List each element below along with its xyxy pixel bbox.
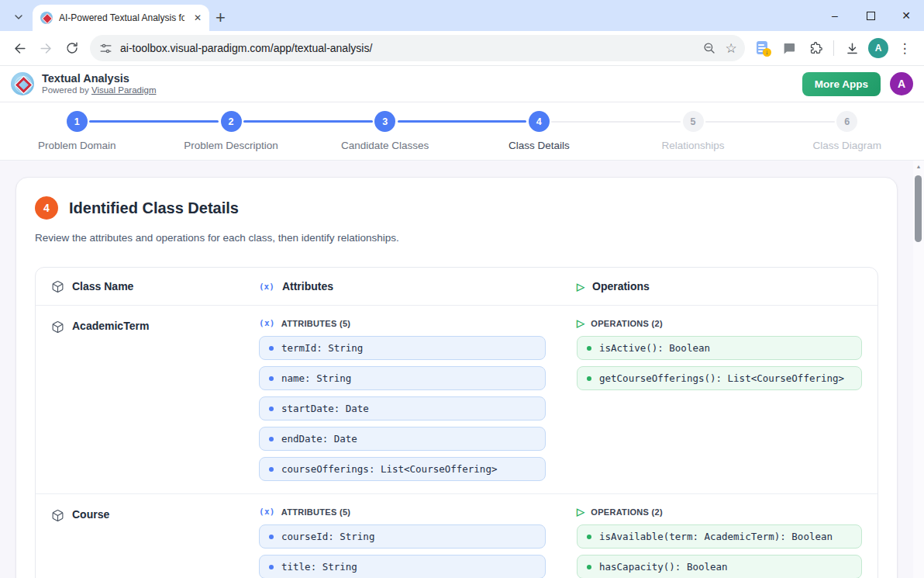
- operations-count-label: OPERATIONS (2): [591, 507, 663, 517]
- attribute-text: endDate: Date: [281, 433, 357, 445]
- attributes-count-label: ATTRIBUTES (5): [281, 319, 351, 328]
- stepper-step-4[interactable]: 4Class Details: [462, 102, 616, 160]
- tab-close-icon[interactable]: ✕: [191, 11, 205, 25]
- wizard-stepper: 1Problem Domain2Problem Description3Cand…: [0, 102, 924, 161]
- comment-icon: [782, 41, 796, 55]
- extensions-button[interactable]: [802, 35, 829, 61]
- bullet-dot: [587, 376, 591, 381]
- zoom-out-button[interactable]: [698, 37, 720, 59]
- window-close-button[interactable]: ✕: [888, 0, 924, 31]
- bullet-dot: [587, 346, 591, 351]
- bullet-dot: [269, 376, 274, 381]
- user-avatar[interactable]: A: [890, 72, 913, 95]
- step-connector: [705, 121, 835, 123]
- operations-cell: ▷OPERATIONS (2)isActive(): BooleangetCou…: [561, 306, 877, 493]
- scrollbar-thumb[interactable]: [915, 175, 922, 242]
- profile-button[interactable]: A: [865, 35, 891, 61]
- attributes-icon: (x): [259, 318, 275, 328]
- visual-paradigm-logo-icon: [11, 72, 34, 95]
- window-maximize-button[interactable]: [853, 0, 888, 31]
- column-header-attributes: (x) Attributes: [243, 268, 561, 305]
- column-label: Attributes: [282, 280, 333, 292]
- attribute-text: startDate: Date: [281, 403, 369, 414]
- stepper-step-2[interactable]: 2Problem Description: [154, 102, 309, 160]
- operation-pill: hasCapacity(): Boolean: [577, 555, 862, 578]
- app-header: Textual Analysis Powered by Visual Parad…: [0, 66, 924, 102]
- reload-button[interactable]: [59, 35, 85, 61]
- scrollbar-up-arrow[interactable]: ▲: [913, 161, 924, 171]
- attributes-count-label: ATTRIBUTES (5): [281, 507, 351, 517]
- page-title: Identified Class Details: [69, 199, 239, 217]
- bullet-dot: [269, 407, 274, 411]
- toolbar-divider: [833, 40, 834, 56]
- stepper-step-6[interactable]: 6Class Diagram: [770, 102, 924, 160]
- class-details-table: Class Name (x) Attributes ▷ Operations A…: [35, 267, 878, 578]
- powered-by-prefix: Powered by: [42, 85, 91, 95]
- visual-paradigm-link[interactable]: Visual Paradigm: [91, 85, 157, 95]
- class-name-cell: AcademicTerm: [36, 306, 243, 493]
- attribute-pill: title: String: [259, 555, 546, 578]
- step-circle: 1: [67, 111, 88, 132]
- browser-tab[interactable]: AI-Powered Textual Analysis for ✕: [33, 5, 209, 31]
- bullet-dot: [269, 467, 274, 472]
- attribute-text: courseOfferings: List<CourseOffering>: [281, 463, 497, 475]
- maximize-icon: [867, 12, 875, 20]
- back-button[interactable]: [6, 35, 33, 61]
- comment-button[interactable]: [776, 35, 802, 61]
- site-favicon-icon: [40, 12, 53, 24]
- star-icon: ☆: [725, 40, 736, 57]
- forward-arrow-icon: [39, 41, 53, 56]
- page-content: ▲ 4 Identified Class Details Review the …: [0, 161, 924, 578]
- reload-icon: [65, 41, 79, 55]
- app-title: Textual Analysis: [42, 72, 156, 85]
- attributes-cell: (x)ATTRIBUTES (5)courseId: Stringtitle: …: [243, 494, 561, 578]
- stepper-step-5[interactable]: 5Relationships: [616, 102, 771, 160]
- reading-mode-button[interactable]: ↓: [750, 35, 776, 61]
- bullet-dot: [269, 535, 274, 539]
- bullet-dot: [587, 565, 591, 569]
- attributes-icon: (x): [259, 507, 275, 517]
- step-label: Problem Domain: [38, 140, 116, 151]
- url-text: ai-toolbox.visual-paradigm.com/app/textu…: [120, 42, 698, 54]
- operations-count-label: OPERATIONS (2): [591, 319, 663, 328]
- stepper-step-1[interactable]: 1Problem Domain: [0, 102, 154, 160]
- stepper-step-3[interactable]: 3Candidate Classes: [308, 102, 462, 160]
- bookmark-star-button[interactable]: ☆: [720, 37, 742, 59]
- site-settings-icon: [99, 42, 112, 55]
- downloads-button[interactable]: [839, 35, 865, 61]
- bullet-dot: [269, 565, 274, 569]
- attribute-text: courseId: String: [281, 531, 374, 542]
- operations-subheader: ▷OPERATIONS (2): [577, 507, 862, 517]
- step-connector: [243, 120, 373, 123]
- forward-button[interactable]: [33, 35, 59, 61]
- step-label: Problem Description: [184, 140, 278, 151]
- chevron-down-icon: [12, 11, 25, 23]
- bullet-dot: [269, 346, 274, 351]
- class-name-text: AcademicTerm: [72, 320, 149, 332]
- attribute-pill: name: String: [259, 366, 546, 390]
- window-minimize-button[interactable]: –: [817, 0, 853, 31]
- step-connector: [398, 120, 527, 123]
- browser-menu-button[interactable]: ⋮: [891, 35, 918, 61]
- url-bar[interactable]: ai-toolbox.visual-paradigm.com/app/textu…: [90, 35, 745, 61]
- scrollbar-track[interactable]: ▲: [913, 161, 924, 578]
- step-circle: 5: [683, 111, 704, 132]
- more-apps-button[interactable]: More Apps: [802, 72, 881, 96]
- bullet-dot: [587, 535, 591, 539]
- table-row: Course(x)ATTRIBUTES (5)courseId: Stringt…: [36, 493, 877, 578]
- back-arrow-icon: [12, 41, 27, 56]
- attribute-pill: startDate: Date: [259, 396, 546, 421]
- attribute-pill: endDate: Date: [259, 427, 546, 451]
- table-header-row: Class Name (x) Attributes ▷ Operations: [36, 268, 877, 306]
- attributes-icon: (x): [259, 282, 274, 292]
- operation-pill: getCourseOfferings(): List<CourseOfferin…: [577, 366, 862, 390]
- cube-icon: [51, 320, 64, 334]
- operation-text: hasCapacity(): Boolean: [599, 561, 728, 573]
- class-name-cell: Course: [36, 494, 243, 578]
- step-number-badge: 4: [35, 196, 58, 220]
- class-details-card: 4 Identified Class Details Review the at…: [16, 177, 898, 578]
- step-circle: 6: [836, 111, 857, 132]
- tab-search-button[interactable]: [8, 6, 29, 28]
- new-tab-button[interactable]: +: [215, 9, 226, 26]
- step-circle: 4: [529, 111, 550, 132]
